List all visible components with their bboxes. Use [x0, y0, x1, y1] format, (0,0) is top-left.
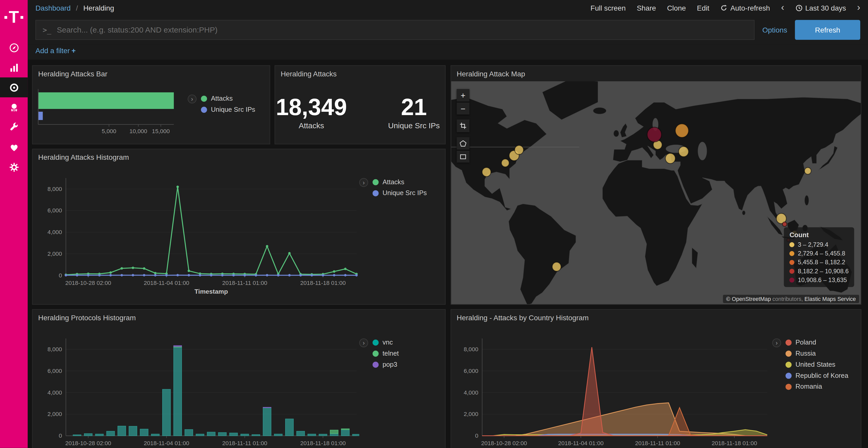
- map-legend-dot: [789, 251, 795, 256]
- legend-label: Attacks: [211, 95, 232, 102]
- svg-text:Timestamp: Timestamp: [194, 288, 228, 295]
- panel-title[interactable]: Heralding Attacks Bar: [33, 66, 270, 81]
- add-filter-link[interactable]: Add a filter+: [35, 46, 76, 55]
- panel-heralding-attacks-histogram: Heralding Attacks Histogram 02,0004,0006…: [32, 149, 445, 305]
- map-zoom-out-button[interactable]: −: [457, 102, 469, 114]
- legend-item[interactable]: Russia: [785, 349, 848, 357]
- map-legend-item[interactable]: 8,182.2 – 10,908.6: [789, 268, 848, 274]
- search-row: >_ Options Refresh: [28, 15, 868, 44]
- map-attack-marker[interactable]: [647, 127, 661, 142]
- panel-title[interactable]: Heralding Protocols Histogram: [33, 310, 445, 325]
- sidebar-item-heartbeat[interactable]: [0, 137, 28, 157]
- map-fit-bounds-button[interactable]: [457, 119, 469, 132]
- map-legend-item[interactable]: 5,455.8 – 8,182.2: [789, 259, 848, 266]
- time-range-button[interactable]: Last 30 days: [795, 4, 846, 12]
- metric-attacks: 18,349 Attacks: [276, 95, 347, 130]
- map-attack-marker[interactable]: [552, 262, 561, 271]
- map-attack-marker[interactable]: [804, 168, 811, 174]
- panel-title[interactable]: Heralding Attack Map: [451, 66, 861, 81]
- filter-bar: Add a filter+: [28, 44, 868, 62]
- svg-text:8,000: 8,000: [48, 346, 62, 352]
- breadcrumb-dashboard-link[interactable]: Dashboard: [35, 4, 70, 12]
- options-link[interactable]: Options: [762, 26, 787, 34]
- map-legend-item[interactable]: 3 – 2,729.4: [789, 241, 848, 248]
- legend-item[interactable]: Attacks: [373, 178, 427, 186]
- sidebar-item-wrench[interactable]: [0, 117, 28, 137]
- svg-text:10,000: 10,000: [129, 128, 147, 134]
- legend-item[interactable]: Romania: [785, 383, 848, 390]
- map-attack-marker[interactable]: [501, 159, 509, 167]
- legend-item[interactable]: Republic of Korea: [785, 372, 848, 379]
- map-attack-marker[interactable]: [515, 145, 523, 154]
- map-draw-rectangle-button[interactable]: [457, 150, 469, 163]
- legend-item[interactable]: telnet: [373, 349, 399, 357]
- map-draw-polygon-button[interactable]: [457, 137, 469, 150]
- map-attack-marker[interactable]: [665, 153, 675, 164]
- legend-item[interactable]: Unique Src IPs: [373, 189, 427, 197]
- map-attack-marker[interactable]: [675, 124, 688, 138]
- map-legend-item[interactable]: 2,729.4 – 5,455.8: [789, 250, 848, 257]
- telekom-logo[interactable]: T: [4, 5, 24, 29]
- legend-item[interactable]: vnc: [373, 338, 399, 346]
- legend-collapse-icon[interactable]: ›: [359, 178, 368, 187]
- map-attack-marker[interactable]: [782, 222, 787, 227]
- svg-text:2,000: 2,000: [464, 411, 478, 417]
- legend-collapse-icon[interactable]: ›: [359, 338, 368, 347]
- legend-item[interactable]: Poland: [785, 338, 848, 346]
- map-attack-marker[interactable]: [482, 168, 491, 176]
- panel-title[interactable]: Heralding Attacks: [275, 66, 445, 81]
- sidebar-item-target[interactable]: [0, 77, 28, 97]
- share-button[interactable]: Share: [637, 4, 656, 12]
- clone-button[interactable]: Clone: [667, 4, 686, 12]
- legend-collapse-icon[interactable]: ›: [772, 338, 781, 347]
- breadcrumb: Dashboard / Heralding: [35, 4, 114, 12]
- sidebar-item-gear[interactable]: [0, 157, 28, 177]
- edit-button[interactable]: Edit: [697, 4, 709, 12]
- map-attribution: © OpenStreetMap contributors, Elastic Ma…: [723, 295, 859, 303]
- chart-legend: ›PolandRussiaUnited StatesRepublic of Ko…: [772, 326, 850, 393]
- legend-item[interactable]: pop3: [373, 360, 399, 368]
- legend-label: Romania: [796, 383, 822, 390]
- refresh-icon: [720, 4, 728, 11]
- svg-text:2018-10-28 02:00: 2018-10-28 02:00: [481, 440, 527, 446]
- legend-label: vnc: [382, 338, 393, 346]
- svg-text:2018-11-11 01:00: 2018-11-11 01:00: [635, 440, 680, 446]
- map-attack-marker[interactable]: [679, 146, 688, 157]
- elastic-maps-service-link[interactable]: Elastic Maps Service: [804, 296, 856, 302]
- sidebar-item-compass[interactable]: [0, 38, 28, 58]
- map-zoom-in-button[interactable]: +: [457, 89, 469, 102]
- legend-dot: [201, 96, 207, 102]
- map-legend-rows: 3 – 2,729.42,729.4 – 5,455.85,455.8 – 8,…: [789, 241, 848, 283]
- panel-attacks-by-country-histogram: Heralding - Attacks by Country Histogram…: [451, 309, 861, 448]
- panel-title[interactable]: Heralding - Attacks by Country Histogram: [451, 310, 861, 325]
- openstreetmap-link[interactable]: © OpenStreetMap: [726, 296, 771, 302]
- legend-collapse-icon[interactable]: ›: [188, 95, 196, 103]
- svg-text:6,000: 6,000: [48, 368, 62, 374]
- legend-item[interactable]: United States: [785, 360, 848, 368]
- search-input[interactable]: [57, 26, 747, 34]
- auto-refresh-button[interactable]: Auto-refresh: [720, 4, 770, 12]
- bug-icon: [8, 102, 19, 112]
- wrench-icon: [8, 122, 19, 133]
- legend-label: Attacks: [382, 178, 404, 186]
- map-legend-item[interactable]: 10,908.6 – 13,635: [789, 276, 848, 283]
- legend-item[interactable]: Unique Src IPs: [201, 106, 255, 113]
- sidebar-item-bar-chart[interactable]: [0, 58, 28, 77]
- metric-label: Unique Src IPs: [383, 121, 444, 130]
- time-next-chevron[interactable]: ›: [857, 3, 860, 12]
- kibana-dashboard-app: T Dashboard / Heralding Full screenShare…: [0, 0, 868, 448]
- full-screen-button[interactable]: Full screen: [591, 4, 626, 12]
- map-legend-dot: [789, 277, 795, 282]
- legend-dot: [373, 190, 379, 196]
- metric-group: 18,349 Attacks 21 Unique Src IPs: [275, 81, 445, 143]
- svg-text:2018-11-04 01:00: 2018-11-04 01:00: [558, 440, 603, 446]
- panel-title[interactable]: Heralding Attacks Histogram: [33, 149, 445, 165]
- legend-dot: [785, 372, 792, 379]
- attack-map[interactable]: + − Count 3 – 2,729.42,729.4 –: [451, 81, 861, 305]
- attacks-histogram-chart: 02,0004,0006,0008,0002018-10-28 02:00201…: [37, 166, 359, 296]
- time-prev-chevron[interactable]: ‹: [781, 3, 784, 12]
- legend-dot: [785, 350, 792, 357]
- legend-item[interactable]: Attacks: [201, 95, 255, 102]
- sidebar-item-bug[interactable]: [0, 97, 28, 117]
- refresh-button[interactable]: Refresh: [795, 20, 860, 40]
